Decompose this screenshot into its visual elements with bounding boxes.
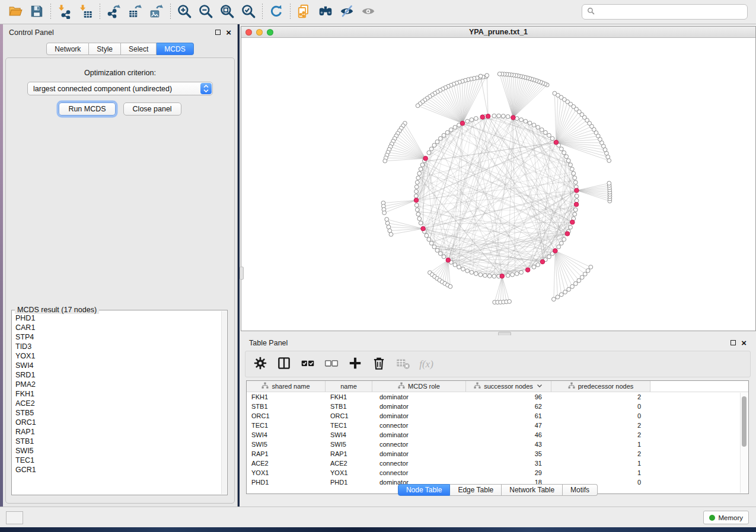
cell-name: SWI4: [326, 431, 372, 438]
mcds-result-item[interactable]: STB1: [15, 437, 220, 446]
network-window-titlebar[interactable]: YPA_prune.txt_1: [241, 27, 755, 38]
optimization-criterion-select[interactable]: largest connected component (undirected): [27, 82, 213, 95]
zoom-selected-button[interactable]: [238, 2, 259, 22]
import-table-button[interactable]: [75, 2, 97, 22]
mcds-result-item[interactable]: SWI5: [15, 446, 220, 456]
network-window-title: YPA_prune.txt_1: [241, 28, 755, 36]
column-header-successor-nodes[interactable]: successor nodes: [466, 381, 551, 392]
select-all-rows-button[interactable]: [300, 357, 315, 372]
float-table-panel-icon[interactable]: [731, 340, 736, 345]
network-from-selection-button[interactable]: [294, 2, 315, 22]
table-row[interactable]: SWI5SWI5connector431: [247, 440, 748, 449]
column-header-shared-name[interactable]: shared name: [247, 381, 326, 392]
shared-column-icon: [568, 382, 575, 390]
cell-shared-name: SWI5: [247, 441, 326, 448]
column-header-MCDS-role[interactable]: MCDS role: [372, 381, 466, 392]
table-scrollbar-thumb[interactable]: [742, 396, 747, 447]
close-table-panel-icon[interactable]: ×: [741, 340, 747, 346]
mcds-result-item[interactable]: STB5: [15, 408, 220, 418]
mcds-result-item[interactable]: GCR1: [15, 465, 220, 475]
show-graphics-details-button[interactable]: [358, 2, 379, 22]
settings-gear-button[interactable]: [253, 357, 268, 372]
toolbar-separator: [100, 4, 100, 20]
mcds-result-item[interactable]: PHD1: [15, 313, 220, 323]
close-panel-icon[interactable]: ×: [226, 30, 231, 36]
clear-selection-button[interactable]: [324, 357, 339, 372]
mcds-result-list[interactable]: PHD1CAR1STP4TID3YOX1SWI4SRD1PMA2FKH1ACE2…: [15, 313, 220, 493]
table-row[interactable]: ORC1ORC1dominator610: [247, 411, 748, 421]
refresh-network-button[interactable]: [266, 2, 287, 22]
search-input[interactable]: [598, 8, 742, 16]
float-panel-icon[interactable]: [215, 30, 221, 35]
cell-predecessor-nodes: 1: [551, 460, 650, 467]
mcds-result-item[interactable]: STP4: [15, 332, 220, 342]
cell-name: SWI5: [326, 441, 372, 448]
vertical-splitter-grip[interactable]: [240, 267, 244, 280]
toolbar-separator: [290, 4, 291, 20]
zoom-out-button[interactable]: [195, 2, 216, 22]
network-from-selection-icon: [296, 4, 312, 21]
cell-shared-name: RAP1: [247, 450, 326, 457]
open-file-button[interactable]: [5, 2, 26, 22]
mcds-result-item[interactable]: ACE2: [15, 399, 220, 408]
column-header-name[interactable]: name: [326, 381, 372, 392]
table-row[interactable]: TEC1TEC1connector472: [247, 421, 748, 430]
cell-predecessor-nodes: 0: [551, 412, 650, 419]
close-panel-button[interactable]: Close panel: [123, 102, 181, 116]
cell-successor-nodes: 47: [466, 422, 551, 429]
export-image-button[interactable]: [146, 2, 167, 22]
first-neighbors-button[interactable]: [315, 2, 336, 22]
cell-successor-nodes: 61: [466, 412, 551, 419]
mcds-result-item[interactable]: YOX1: [15, 351, 220, 361]
zoom-fit-button[interactable]: [216, 2, 238, 22]
mcds-result-item[interactable]: TEC1: [15, 456, 220, 465]
add-column-button[interactable]: [347, 357, 363, 372]
shared-column-icon: [398, 382, 405, 390]
table-tab-edge-table[interactable]: Edge Table: [450, 484, 502, 496]
settings-gear-icon: [253, 355, 268, 373]
table-row[interactable]: ACE2ACE2connector311: [247, 459, 748, 468]
network-search-box[interactable]: [582, 4, 748, 20]
table-row[interactable]: FKH1FKH1dominator962: [247, 392, 748, 402]
network-graph[interactable]: [241, 38, 755, 331]
cell-shared-name: TEC1: [247, 422, 326, 429]
mcds-result-item[interactable]: SRD1: [15, 370, 220, 380]
tab-select[interactable]: Select: [121, 43, 157, 55]
cell-MCDS-role: connector: [372, 441, 466, 448]
hide-graphics-details-button[interactable]: [336, 2, 358, 22]
tab-mcds[interactable]: MCDS: [157, 43, 193, 55]
desktop-wallpaper: [0, 527, 756, 532]
memory-button[interactable]: Memory: [703, 511, 749, 524]
mcds-result-item[interactable]: CAR1: [15, 323, 220, 332]
table-row[interactable]: SWI4SWI4dominator462: [247, 430, 748, 440]
import-network-button[interactable]: [54, 2, 75, 22]
table-row[interactable]: YOX1YOX1connector291: [247, 468, 748, 477]
mcds-result-item[interactable]: RAP1: [15, 427, 220, 437]
export-network-button[interactable]: [103, 2, 125, 22]
table-tab-motifs[interactable]: Motifs: [563, 484, 598, 496]
zoom-in-button[interactable]: [174, 2, 195, 22]
save-session-button[interactable]: [26, 2, 47, 22]
table-tab-node-table[interactable]: Node Table: [398, 484, 451, 496]
column-header-predecessor-nodes[interactable]: predecessor nodes: [551, 381, 650, 392]
sort-desc-icon: [536, 382, 543, 390]
mcds-result-item[interactable]: TID3: [15, 342, 220, 351]
run-mcds-button[interactable]: Run MCDS: [59, 102, 115, 116]
mcds-result-item[interactable]: FKH1: [15, 389, 220, 399]
table-row[interactable]: STB1STB1dominator620: [247, 402, 748, 411]
table-scrollbar[interactable]: [740, 393, 748, 493]
mcds-list-scrollbar[interactable]: [221, 311, 227, 494]
table-row[interactable]: RAP1RAP1dominator352: [247, 449, 748, 459]
tab-network[interactable]: Network: [46, 43, 89, 55]
tab-style[interactable]: Style: [89, 43, 121, 55]
delete-column-button[interactable]: [371, 357, 387, 372]
mcds-result-item[interactable]: SWI4: [15, 361, 220, 370]
table-tab-network-table[interactable]: Network Table: [502, 484, 563, 496]
network-canvas[interactable]: [241, 38, 755, 331]
cell-successor-nodes: 31: [466, 460, 551, 467]
mcds-result-item[interactable]: ORC1: [15, 418, 220, 427]
show-columns-button[interactable]: [276, 357, 292, 372]
show-panels-list-button[interactable]: [6, 511, 23, 524]
export-table-button[interactable]: [125, 2, 146, 22]
mcds-result-item[interactable]: PMA2: [15, 380, 220, 389]
